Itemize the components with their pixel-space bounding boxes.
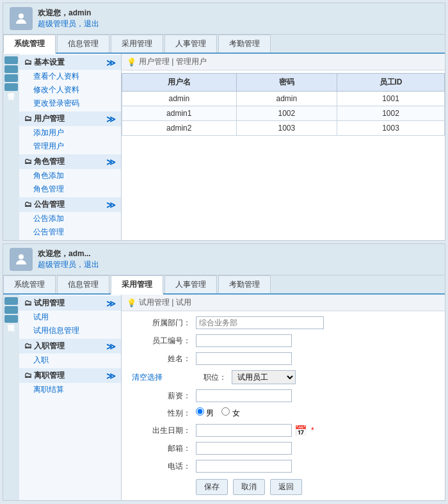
empid-label: 员工编号：	[132, 336, 196, 346]
reset-link[interactable]: 清空选择	[132, 372, 163, 383]
expand-announce: ≫	[106, 200, 116, 210]
sidebar-manage-user[interactable]: 管理用户	[19, 140, 121, 153]
sidebar-group-header-onboard[interactable]: 🗂 入职管理 ≫	[19, 339, 121, 354]
bulb-icon-2: 💡	[127, 298, 136, 307]
name-label: 姓名：	[132, 354, 196, 364]
expand-basic: ≫	[106, 58, 116, 68]
col-password: 密码	[236, 74, 337, 92]
dob-input[interactable]	[196, 424, 292, 437]
sidebar-view-profile[interactable]: 查看个人资料	[19, 70, 121, 83]
sidebar-group-header-announce[interactable]: 🗂 公告管理 ≫	[19, 197, 121, 212]
form-row-dob: 出生日期： 📅 *	[132, 424, 435, 437]
sidebar-add-user[interactable]: 添加用户	[19, 126, 121, 140]
email-label: 邮箱：	[132, 443, 196, 454]
expand-onboard: ≫	[106, 341, 116, 352]
table-row[interactable]: admin admin 1001	[122, 92, 445, 106]
tab-hr-mgmt-2[interactable]: 人事管理	[164, 275, 217, 293]
gender-male-label[interactable]: 男	[196, 407, 214, 419]
form-btn-row: 保存 取消 返回	[196, 479, 435, 495]
avatar-1	[10, 7, 33, 30]
vtab-announcement-mgmt[interactable]: 公告管理	[4, 83, 18, 91]
cancel-button[interactable]: 取消	[233, 479, 265, 495]
form-row-gender: 性别： 男 女	[132, 407, 435, 419]
sidebar-group-header-role[interactable]: 🗂 角色管理 ≫	[19, 154, 121, 169]
tab-system-mgmt-1[interactable]: 系统管理	[3, 35, 56, 54]
sidebar-add-announce[interactable]: 公告添加	[19, 212, 121, 225]
svg-point-1	[19, 254, 24, 259]
vtab-role-mgmt[interactable]: 角色管理	[4, 74, 18, 82]
sidebar-group-trial: 🗂 试用管理 ≫ 试用 试用信息管理	[19, 296, 121, 337]
form-row-empid: 员工编号：	[132, 334, 435, 347]
sidebar-group-announce: 🗂 公告管理 ≫ 公告添加 公告管理	[19, 197, 121, 239]
table-row[interactable]: admin1 1002 1002	[122, 106, 445, 121]
required-marker: *	[311, 426, 314, 435]
sidebar-group-role: 🗂 角色管理 ≫ 角色添加 角色管理	[19, 154, 121, 196]
username-1: 欢迎您，admin	[38, 8, 99, 19]
role-link-2[interactable]: 超级管理员，退出	[38, 259, 99, 270]
username-2: 欢迎您，adm...	[38, 248, 99, 259]
sidebar-onboard[interactable]: 入职	[19, 354, 121, 367]
calendar-icon[interactable]: 📅	[294, 425, 307, 437]
phone-label: 电话：	[132, 461, 196, 472]
sidebar-trial[interactable]: 试用	[19, 311, 121, 324]
vtab-trial-mgmt[interactable]: 试用管理	[4, 297, 18, 305]
emp-id-input[interactable]	[196, 334, 292, 347]
tab-attendance-1[interactable]: 考勤管理	[218, 35, 271, 53]
back-button[interactable]: 返回	[270, 479, 302, 495]
vtab-offboard-mgmt[interactable]: 离职管理	[4, 315, 18, 323]
sidebar-group-header-user[interactable]: 🗂 用户管理 ≫	[19, 111, 121, 126]
salary-input[interactable]	[196, 389, 292, 402]
sidebar-group-header-trial[interactable]: 🗂 试用管理 ≫	[19, 296, 121, 311]
vtab-onboard-mgmt[interactable]: 入职管理	[4, 306, 18, 314]
vtab-user-mgmt[interactable]: 用户管理	[4, 65, 18, 73]
form-row-phone: 电话：	[132, 460, 435, 473]
sidebar-manage-role[interactable]: 角色管理	[19, 183, 121, 196]
sidebar-manage-announce[interactable]: 公告管理	[19, 225, 121, 239]
expand-offboard: ≫	[106, 371, 116, 381]
tab-hr-mgmt-1[interactable]: 人事管理	[164, 35, 217, 53]
vtab-basic-settings[interactable]: 基本设置	[4, 56, 18, 64]
sidebar-change-password[interactable]: 更改登录密码	[19, 97, 121, 110]
user-table: 用户名 密码 员工ID admin admin 1001 admin1	[122, 73, 445, 136]
salary-label: 薪资：	[132, 391, 196, 402]
sidebar-edit-profile[interactable]: 修改个人资料	[19, 83, 121, 97]
sidebar-group-header-basic[interactable]: 🗂 基本设置 ≫	[19, 55, 121, 70]
role-link-1[interactable]: 超级管理员，退出	[38, 19, 99, 29]
sidebar-add-role[interactable]: 角色添加	[19, 169, 121, 183]
form-row-name: 姓名：	[132, 352, 435, 365]
expand-trial: ≫	[106, 298, 116, 309]
sidebar-group-user: 🗂 用户管理 ≫ 添加用户 管理用户	[19, 111, 121, 153]
sidebar-group-onboard: 🗂 入职管理 ≫ 入职	[19, 339, 121, 367]
sidebar-trial-info[interactable]: 试用信息管理	[19, 324, 121, 337]
table-row[interactable]: admin2 1003 1003	[122, 121, 445, 136]
tab-recruit-mgmt-1[interactable]: 采用管理	[111, 35, 163, 53]
tab-system-mgmt-2[interactable]: 系统管理	[3, 275, 56, 293]
email-input[interactable]	[196, 442, 292, 455]
breadcrumb-1: 💡 用户管理 | 管理用户	[122, 54, 445, 70]
tab-recruit-mgmt-2[interactable]: 采用管理	[111, 275, 163, 295]
save-button[interactable]: 保存	[196, 479, 228, 495]
user-info-1: 欢迎您，admin 超级管理员，退出	[38, 8, 99, 29]
col-empid: 员工ID	[337, 74, 445, 92]
gender-female-radio[interactable]	[221, 407, 230, 416]
form-row-dept: 所属部门：	[132, 316, 435, 329]
sidebar-group-header-offboard[interactable]: 🗂 离职管理 ≫	[19, 368, 121, 383]
form-row-position: 清空选择 职位： 试用员工 正式员工	[132, 370, 435, 384]
dept-input[interactable]	[196, 316, 324, 329]
dob-wrapper: 📅 *	[196, 424, 314, 437]
tab-info-mgmt-1[interactable]: 信息管理	[57, 35, 109, 53]
bulb-icon-1: 💡	[127, 58, 136, 67]
expand-role: ≫	[106, 157, 116, 167]
position-label: 职位：	[168, 372, 232, 383]
tab-info-mgmt-2[interactable]: 信息管理	[57, 275, 109, 293]
gender-male-radio[interactable]	[196, 407, 204, 416]
position-select[interactable]: 试用员工 正式员工	[232, 370, 296, 384]
sidebar-offboard[interactable]: 离职结算	[19, 383, 121, 396]
gender-label: 性别：	[132, 408, 196, 419]
sidebar-group-offboard: 🗂 离职管理 ≫ 离职结算	[19, 368, 121, 396]
tab-attendance-2[interactable]: 考勤管理	[218, 275, 271, 293]
gender-female-label[interactable]: 女	[221, 407, 239, 419]
trial-form: 所属部门： 员工编号： 姓名： 清空选择	[122, 311, 445, 500]
name-input[interactable]	[196, 352, 292, 365]
phone-input[interactable]	[196, 460, 292, 473]
